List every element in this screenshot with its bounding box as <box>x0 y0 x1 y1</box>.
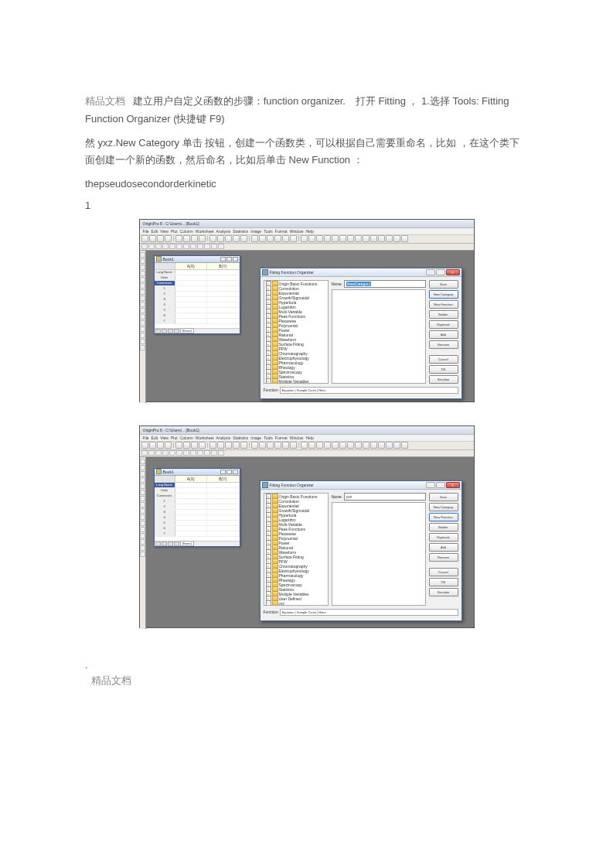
simulate-button[interactable]: Simulate <box>429 375 458 384</box>
toolbar-button[interactable] <box>211 450 217 456</box>
toolbar-button[interactable] <box>183 235 190 242</box>
menu-image[interactable]: Image <box>250 435 261 441</box>
expand-icon[interactable]: − <box>266 600 271 606</box>
menu-view[interactable]: View <box>160 435 169 441</box>
toolbar-button[interactable] <box>332 235 339 242</box>
toolbar-button[interactable] <box>282 235 289 242</box>
menu-view[interactable]: View <box>160 228 169 234</box>
toolbar-button[interactable] <box>141 235 148 242</box>
toolbar-button[interactable] <box>401 442 408 449</box>
vtool-button[interactable] <box>140 296 145 301</box>
toolbar-button[interactable] <box>217 442 224 449</box>
toolbar-button[interactable] <box>157 235 164 242</box>
toolbar-button[interactable] <box>332 442 339 449</box>
toolbar-button[interactable] <box>141 244 148 249</box>
toolbar-button[interactable] <box>259 442 266 449</box>
cancel-button[interactable]: Cancel <box>429 355 458 364</box>
duplicate-button[interactable]: Duplicate <box>429 320 458 329</box>
builder-button[interactable]: Builder <box>429 310 458 319</box>
toolbar-button[interactable] <box>339 235 346 242</box>
vtool-button[interactable] <box>140 308 145 313</box>
vtool-button[interactable] <box>140 521 145 526</box>
toolbar-button[interactable] <box>218 450 224 456</box>
toolbar-button[interactable] <box>240 442 247 449</box>
app-menubar[interactable]: File Edit View Plot Column Worksheet Ana… <box>140 435 474 442</box>
vtool-button[interactable] <box>140 314 145 320</box>
menu-help[interactable]: Help <box>305 435 313 441</box>
menu-statistics[interactable]: Statistics <box>233 228 248 234</box>
toolbar-button[interactable] <box>149 442 156 449</box>
vtool-button[interactable] <box>140 496 145 501</box>
expand-icon[interactable]: + <box>266 378 271 384</box>
menu-format[interactable]: Format <box>275 228 288 234</box>
maximize-icon[interactable] <box>436 482 445 488</box>
menu-image[interactable]: Image <box>250 228 261 234</box>
category-tree[interactable]: +Origin Basic Functions +Convolution +Ex… <box>264 493 329 606</box>
col-b-header[interactable]: B(Y) <box>207 263 240 269</box>
workbook-window[interactable]: Book1 A(X) B(Y) Long Name <box>154 468 240 547</box>
menu-window[interactable]: Window <box>290 228 304 234</box>
menu-analysis[interactable]: Analysis <box>216 228 231 234</box>
toolbar-button[interactable] <box>162 450 169 456</box>
toolbar-button[interactable] <box>155 450 162 456</box>
vtool-button[interactable] <box>140 265 145 270</box>
toolbar-button[interactable] <box>183 442 190 449</box>
dialog-titlebar[interactable]: Fitting Function Organizer × <box>261 481 461 490</box>
vtool-button[interactable] <box>140 271 145 276</box>
save-button[interactable]: Save <box>429 280 458 289</box>
menu-analysis[interactable]: Analysis <box>216 435 231 441</box>
sheet-nav-prev-icon[interactable] <box>162 542 167 546</box>
toolbar-button[interactable] <box>209 235 216 242</box>
sheet-nav-next-icon[interactable] <box>168 542 173 546</box>
menu-worksheet[interactable]: Worksheet <box>196 435 214 441</box>
toolbar-button[interactable] <box>339 442 346 449</box>
menu-window[interactable]: Window <box>290 435 304 441</box>
toolbar-button[interactable] <box>370 235 377 242</box>
vtool-button[interactable] <box>140 302 145 307</box>
toolbar-button[interactable] <box>308 235 315 242</box>
toolbar-button[interactable] <box>169 450 175 456</box>
menu-column[interactable]: Column <box>180 228 193 234</box>
toolbar-button[interactable] <box>175 442 182 449</box>
toolbar-button[interactable] <box>141 442 148 449</box>
sheet-nav-first-icon[interactable] <box>155 329 161 333</box>
toolbar-button[interactable] <box>176 450 182 456</box>
menu-edit[interactable]: Edit <box>152 435 158 441</box>
minimize-icon[interactable] <box>220 257 226 261</box>
close-icon[interactable]: × <box>446 482 460 488</box>
toolbar-button[interactable] <box>401 235 408 242</box>
builder-button[interactable]: Builder <box>429 523 458 531</box>
vtool-button[interactable] <box>140 465 145 470</box>
toolbar-button[interactable] <box>199 442 206 449</box>
minimize-icon[interactable] <box>220 470 226 474</box>
expand-icon[interactable]: + <box>266 383 271 384</box>
menu-tools[interactable]: Tools <box>264 435 273 441</box>
vtool-button[interactable] <box>140 514 145 520</box>
vtool-button[interactable] <box>140 339 145 344</box>
toolbar-button[interactable] <box>267 235 274 242</box>
maximize-icon[interactable] <box>436 269 445 275</box>
workbook-titlebar[interactable]: Book1 <box>155 256 240 263</box>
function-tabs[interactable]: Equation | Sample Curve | Hints <box>280 387 458 394</box>
toolbar-button[interactable] <box>211 244 217 249</box>
new-function-button[interactable]: New Function <box>429 300 458 309</box>
toolbar-button[interactable] <box>199 235 206 242</box>
vtool-button[interactable] <box>140 345 145 350</box>
toolbar-button[interactable] <box>378 442 385 449</box>
save-button[interactable]: Save <box>429 493 458 501</box>
toolbar-button[interactable] <box>233 442 240 449</box>
toolbar-button[interactable] <box>204 450 210 456</box>
ok-button[interactable]: OK <box>429 365 458 374</box>
col-a-header[interactable]: A(X) <box>175 476 208 482</box>
toolbar-button[interactable] <box>267 442 274 449</box>
sheet-nav-first-icon[interactable] <box>155 542 161 546</box>
vtool-button[interactable] <box>140 326 145 332</box>
toolbar-button[interactable] <box>183 244 189 249</box>
toolbar-button[interactable] <box>251 442 258 449</box>
toolbar-button[interactable] <box>176 244 182 249</box>
toolbar-button[interactable] <box>308 442 315 449</box>
toolbar-button[interactable] <box>157 442 164 449</box>
toolbar-button[interactable] <box>225 235 232 242</box>
sheet-nav-last-icon[interactable] <box>174 542 179 546</box>
app-menubar[interactable]: File Edit View Plot Column Worksheet Ana… <box>140 228 474 235</box>
